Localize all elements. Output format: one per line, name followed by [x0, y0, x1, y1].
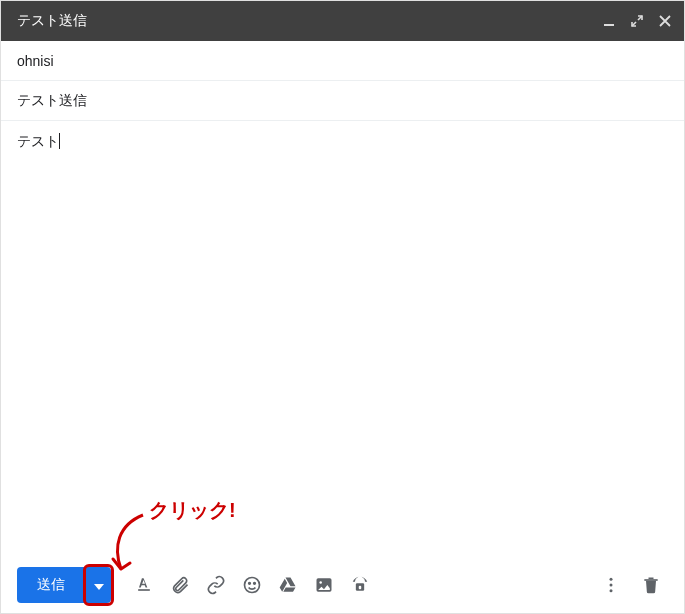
message-body[interactable]: テスト: [1, 121, 684, 547]
subject-value: テスト送信: [17, 92, 87, 110]
to-field[interactable]: ohnisi: [1, 41, 684, 81]
svg-point-3: [254, 583, 256, 585]
svg-point-10: [610, 589, 613, 592]
attach-icon[interactable]: [163, 568, 197, 602]
body-text: テスト: [17, 133, 59, 149]
svg-point-1: [245, 578, 260, 593]
svg-point-9: [610, 584, 613, 587]
text-cursor: [59, 133, 60, 149]
compose-toolbar: 送信: [1, 557, 684, 613]
send-button[interactable]: 送信: [17, 567, 85, 603]
formatting-tools: [127, 568, 377, 602]
compose-title: テスト送信: [17, 12, 602, 30]
close-icon[interactable]: [658, 14, 672, 28]
emoji-icon[interactable]: [235, 568, 269, 602]
to-value: ohnisi: [17, 53, 54, 69]
more-options-icon[interactable]: [594, 568, 628, 602]
svg-point-8: [610, 578, 613, 581]
caret-down-icon: [94, 578, 104, 593]
drive-icon[interactable]: [271, 568, 305, 602]
minimize-icon[interactable]: [602, 14, 616, 28]
compose-header: テスト送信: [1, 1, 684, 41]
svg-point-5: [319, 581, 322, 584]
send-options-button[interactable]: [85, 567, 111, 603]
svg-rect-7: [359, 586, 362, 589]
fullscreen-icon[interactable]: [630, 14, 644, 28]
svg-rect-0: [604, 24, 614, 26]
send-group: 送信: [17, 567, 111, 603]
formatting-icon[interactable]: [127, 568, 161, 602]
image-icon[interactable]: [307, 568, 341, 602]
svg-point-2: [249, 583, 251, 585]
subject-field[interactable]: テスト送信: [1, 81, 684, 121]
trash-icon[interactable]: [634, 568, 668, 602]
header-controls: [602, 14, 672, 28]
link-icon[interactable]: [199, 568, 233, 602]
confidential-icon[interactable]: [343, 568, 377, 602]
